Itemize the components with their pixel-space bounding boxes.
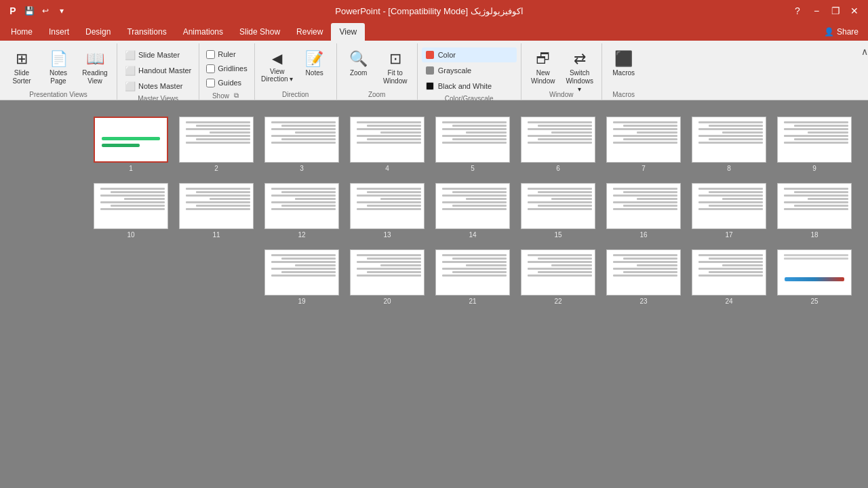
slide-container-5[interactable]: 5 [435,117,510,172]
slide-thumb-5 [435,117,510,163]
slide-container-13[interactable]: 13 [350,183,425,239]
slide-container-24[interactable]: 24 [692,249,766,305]
minimize-button[interactable]: − [808,3,825,19]
switch-windows-button[interactable]: ⇄ Switch Windows ▾ [562,46,597,85]
notes-page-label: Notes Page [50,69,67,85]
slide-container-6[interactable]: 6 [521,117,595,172]
slide-container-23[interactable]: 23 [606,249,681,305]
macros-group: ⬛ Macros Macros [602,43,646,100]
grayscale-button[interactable]: Grayscale [422,63,517,78]
notes-page-button[interactable]: 📄 Notes Page [41,46,76,85]
slide-thumb-6 [521,117,595,163]
view-direction-button[interactable]: ◀ View Direction ▾ [259,46,296,85]
slide-sorter-label: Slide Sorter [12,69,31,85]
save-quick-button[interactable]: 💾 [22,3,37,18]
macros-button[interactable]: ⬛ Macros [606,46,642,85]
color-button[interactable]: Color [422,47,517,62]
slide-container-19[interactable]: 19 [264,249,339,305]
slide-container-3[interactable]: 3 [264,117,339,172]
tab-view[interactable]: View [331,23,365,41]
tab-slideshow[interactable]: Slide Show [231,23,288,41]
gridlines-checkbox-label[interactable]: Gridlines [203,62,250,75]
color-grayscale-content: Color Grayscale Black and White [422,46,517,94]
slide-container-12[interactable]: 12 [264,183,339,239]
show-settings-button[interactable]: ⧉ [232,91,241,100]
slide-container-14[interactable]: 14 [435,183,510,239]
fit-to-window-label: Fit to Window [383,69,408,85]
slide-sorter-button[interactable]: ⊞ Slide Sorter [4,46,39,85]
tab-review[interactable]: Review [288,23,331,41]
collapse-ribbon-button[interactable]: ∧ [861,46,868,57]
gridlines-checkbox[interactable] [206,64,215,73]
slide-master-button[interactable]: ⬜ Slide Master [121,47,195,62]
fit-to-window-button[interactable]: ⊡ Fit to Window [378,46,413,85]
ribbon-tabs: Home Insert Design Transitions Animation… [0,22,868,41]
ruler-checkbox[interactable] [206,50,215,59]
slide-container-17[interactable]: 17 [692,183,766,239]
black-white-dot [426,82,434,90]
zoom-button[interactable]: 🔍 Zoom [341,46,376,85]
slide-container-7[interactable]: 7 [606,117,681,172]
show-label: Show ⧉ [203,89,250,100]
slide-thumb-19 [264,249,339,296]
tab-design[interactable]: Design [77,23,119,41]
new-window-button[interactable]: 🗗 New Window [526,46,561,85]
restore-button[interactable]: ❐ [827,3,844,19]
slide-num-17: 17 [725,231,732,239]
slide-container-4[interactable]: 4 [350,117,425,172]
master-views-col: ⬜ Slide Master ⬜ Handout Master ⬜ Notes … [121,46,195,94]
slide-container-22[interactable]: 22 [521,249,595,305]
quickaccess-dropdown-button[interactable]: ▾ [54,3,69,18]
slide-num-13: 13 [383,231,391,239]
slide-num-11: 11 [212,231,220,239]
slide-thumb-16 [606,183,681,229]
slide-num-8: 8 [727,165,731,172]
slide-container-1[interactable]: 1 [94,117,168,172]
notes-master-icon: ⬜ [125,81,136,92]
guides-checkbox-label[interactable]: Guides [203,76,250,89]
undo-quick-button[interactable]: ↩ [38,3,53,18]
main-area: 9876543211817161514131211102524232221201… [0,100,868,488]
black-white-button[interactable]: Black and White [422,79,517,94]
ruler-checkbox-label[interactable]: Ruler [203,47,250,61]
slide-container-20[interactable]: 20 [350,249,425,305]
zoom-content: 🔍 Zoom ⊡ Fit to Window [341,46,413,89]
slide-container-16[interactable]: 16 [606,183,681,239]
fit-to-window-icon: ⊡ [389,50,401,68]
handout-master-button[interactable]: ⬜ Handout Master [121,63,195,78]
slide-thumb-8 [692,117,766,163]
slide-container-8[interactable]: 8 [692,117,766,172]
slide-thumb-20 [350,249,425,296]
window-group: 🗗 New Window ⇄ Switch Windows ▾ Window [521,43,602,100]
slide-num-22: 22 [554,298,561,305]
macros-icon: ⬛ [614,50,633,68]
slide-num-2: 2 [214,165,218,172]
direction-content: ◀ View Direction ▾ 📝 Notes [259,46,332,89]
reading-view-label: Reading View [82,69,107,85]
tab-home[interactable]: Home [3,23,41,41]
slide-container-10[interactable]: 10 [94,183,168,239]
slide-num-3: 3 [300,165,304,172]
notes-button[interactable]: 📝 Notes [297,46,332,85]
close-button[interactable]: ✕ [846,3,863,19]
guides-label: Guides [218,79,241,87]
slide-num-21: 21 [469,298,476,305]
slide-container-15[interactable]: 15 [521,183,595,239]
notes-master-button[interactable]: ⬜ Notes Master [121,79,195,94]
guides-checkbox[interactable] [206,79,215,87]
slide-container-25[interactable]: 25 [777,249,852,305]
slide-container-18[interactable]: 18 [777,183,852,239]
slide-container-21[interactable]: 21 [435,249,510,305]
slide-thumb-3 [264,117,339,163]
tab-animations[interactable]: Animations [175,23,231,41]
share-button[interactable]: 👤 Share [817,23,865,41]
slide-num-19: 19 [298,298,305,305]
slide-container-2[interactable]: 2 [179,117,254,172]
help-button[interactable]: ? [789,3,806,19]
slide-container-11[interactable]: 11 [179,183,254,239]
slide-container-9[interactable]: 9 [777,117,852,172]
tab-insert[interactable]: Insert [41,23,77,41]
slide-num-6: 6 [556,165,560,172]
tab-transitions[interactable]: Transitions [119,23,174,41]
reading-view-button[interactable]: 📖 Reading View [77,46,113,85]
